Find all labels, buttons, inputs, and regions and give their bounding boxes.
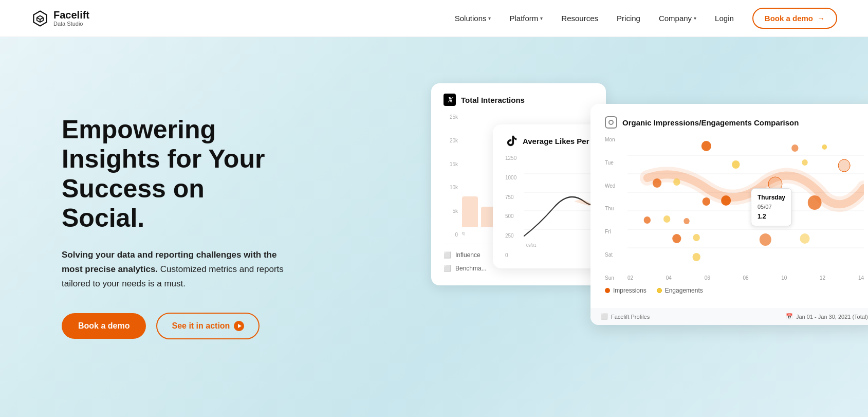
tooltip-value: 1.2 bbox=[758, 212, 785, 222]
see-in-action-button[interactable]: See it in action bbox=[156, 313, 260, 339]
tiktok-y-labels: 1250 1000 750 500 250 0 bbox=[505, 155, 516, 258]
nav-links: Solutions ▾ Platform ▾ Resources Pricing… bbox=[455, 8, 837, 29]
charts-area: 𝕏 Total Interactions 25k 20k 15k 10k 5k … bbox=[431, 73, 868, 382]
instagram-icon bbox=[605, 116, 617, 129]
nav-resources[interactable]: Resources bbox=[561, 14, 598, 23]
chart-instagram-header: Organic Impressions/Engagements Comparis… bbox=[605, 116, 864, 129]
impressions-dot bbox=[605, 288, 610, 293]
tiktok-y-1000: 1000 bbox=[505, 175, 516, 180]
svg-point-13 bbox=[791, 144, 798, 152]
nav-login[interactable]: Login bbox=[715, 14, 734, 23]
svg-point-24 bbox=[644, 216, 651, 224]
legend-impressions: Impressions bbox=[605, 287, 647, 294]
hero-description: Solving your data and reporting challeng… bbox=[62, 248, 288, 291]
logo-brand: Facelift bbox=[53, 9, 89, 21]
svg-point-19 bbox=[673, 178, 680, 186]
arrow-right-icon: → bbox=[817, 14, 825, 23]
scatter-svg bbox=[627, 137, 864, 268]
play-icon bbox=[234, 321, 244, 331]
footer-profiles: ⬜ Facelift Profiles bbox=[601, 313, 650, 320]
nav-pricing[interactable]: Pricing bbox=[617, 14, 640, 23]
svg-point-14 bbox=[822, 144, 827, 150]
y-fri: Fri bbox=[605, 229, 623, 234]
bar-group-1 bbox=[462, 196, 478, 227]
svg-point-22 bbox=[721, 195, 731, 206]
x-10: 10 bbox=[781, 275, 787, 281]
engagements-dot bbox=[657, 288, 662, 293]
svg-point-17 bbox=[838, 159, 850, 172]
chart-twitter-x-label: q bbox=[462, 230, 465, 235]
svg-point-15 bbox=[732, 160, 740, 169]
tiktok-icon bbox=[505, 135, 518, 147]
tiktok-y-0: 0 bbox=[505, 252, 516, 258]
footer-date-range: 📅 Jan 01 - Jan 30, 2021 (Total) bbox=[786, 313, 868, 320]
y-label-0: 0 bbox=[444, 232, 458, 238]
x-08: 08 bbox=[743, 275, 748, 281]
tiktok-y-750: 750 bbox=[505, 194, 516, 200]
hero-buttons: Book a demo See it in action bbox=[62, 313, 288, 339]
svg-point-23 bbox=[808, 195, 822, 210]
chart-instagram-title: Organic Impressions/Engagements Comparis… bbox=[622, 118, 799, 127]
instagram-inner-icon bbox=[608, 120, 614, 125]
y-label-25k: 25k bbox=[444, 114, 458, 120]
x-04: 04 bbox=[666, 275, 672, 281]
y-label-15k: 15k bbox=[444, 161, 458, 167]
hero-section: Empowering Insights for Your Success on … bbox=[0, 37, 868, 417]
nav-platform[interactable]: Platform ▾ bbox=[509, 14, 543, 23]
benchmark-label: Benchma... bbox=[455, 265, 487, 272]
y-mon: Mon bbox=[605, 137, 623, 142]
facelift-logo-icon bbox=[31, 9, 49, 28]
scatter-y-labels: Mon Tue Wed Thu Fri Sat Sun bbox=[605, 137, 623, 281]
calendar-icon: 📅 bbox=[786, 313, 793, 320]
influence-label: Influence bbox=[455, 251, 481, 259]
svg-text:09/01: 09/01 bbox=[526, 242, 537, 248]
chart-instagram: Organic Impressions/Engagements Comparis… bbox=[590, 104, 868, 325]
x-06: 06 bbox=[705, 275, 710, 281]
platform-caret-icon: ▾ bbox=[540, 15, 543, 21]
bar-light-1 bbox=[462, 196, 478, 227]
tooltip-day: Thursday bbox=[758, 193, 785, 203]
nav-solutions[interactable]: Solutions ▾ bbox=[455, 14, 491, 23]
svg-point-32 bbox=[693, 253, 700, 261]
svg-point-30 bbox=[760, 233, 771, 246]
chart-twitter-header: 𝕏 Total Interactions bbox=[444, 94, 594, 106]
chart-twitter-y-labels: 25k 20k 15k 10k 5k 0 bbox=[444, 114, 458, 238]
solutions-caret-icon: ▾ bbox=[488, 15, 491, 21]
logo: Facelift Data Studio bbox=[31, 9, 89, 28]
hero-content: Empowering Insights for Your Success on … bbox=[0, 74, 288, 380]
svg-point-16 bbox=[802, 159, 808, 166]
tooltip-date: 05/07 bbox=[758, 203, 785, 212]
svg-point-18 bbox=[653, 178, 661, 188]
svg-point-29 bbox=[693, 234, 699, 241]
twitter-x-icon: 𝕏 bbox=[444, 94, 456, 106]
chart-tooltip: Thursday 05/07 1.2 bbox=[751, 188, 792, 226]
date-range-label: Jan 01 - Jan 30, 2021 (Total) bbox=[796, 314, 868, 320]
chart-twitter-title: Total Interactions bbox=[461, 96, 525, 104]
legend-engagements: Engagements bbox=[657, 287, 703, 294]
svg-point-26 bbox=[684, 218, 690, 224]
nav-book-demo-button[interactable]: Book a demo → bbox=[752, 8, 837, 29]
tiktok-y-500: 500 bbox=[505, 213, 516, 219]
folder-icon-benchmark: ⬜ bbox=[444, 265, 451, 272]
folder-icon-influence: ⬜ bbox=[444, 251, 451, 259]
logo-text: Facelift Data Studio bbox=[53, 9, 89, 27]
book-demo-button[interactable]: Book a demo bbox=[62, 313, 146, 339]
y-sun: Sun bbox=[605, 275, 623, 281]
scatter-x-labels: 02 04 06 08 10 12 14 bbox=[627, 275, 864, 281]
y-sat: Sat bbox=[605, 252, 623, 258]
logo-sub: Data Studio bbox=[53, 21, 89, 27]
y-thu: Thu bbox=[605, 206, 623, 211]
x-12: 12 bbox=[820, 275, 825, 281]
y-tue: Tue bbox=[605, 160, 623, 166]
scatter-area: Mon Tue Wed Thu Fri Sat Sun bbox=[605, 137, 864, 281]
svg-point-12 bbox=[701, 141, 711, 151]
svg-point-31 bbox=[800, 233, 809, 244]
tiktok-y-1250: 1250 bbox=[505, 155, 516, 161]
hero-title: Empowering Insights for Your Success on … bbox=[62, 115, 288, 233]
x-02: 02 bbox=[627, 275, 633, 281]
x-14: 14 bbox=[858, 275, 864, 281]
svg-point-21 bbox=[703, 197, 710, 206]
tiktok-y-250: 250 bbox=[505, 233, 516, 239]
y-label-10k: 10k bbox=[444, 185, 458, 190]
nav-company[interactable]: Company ▾ bbox=[659, 14, 696, 23]
